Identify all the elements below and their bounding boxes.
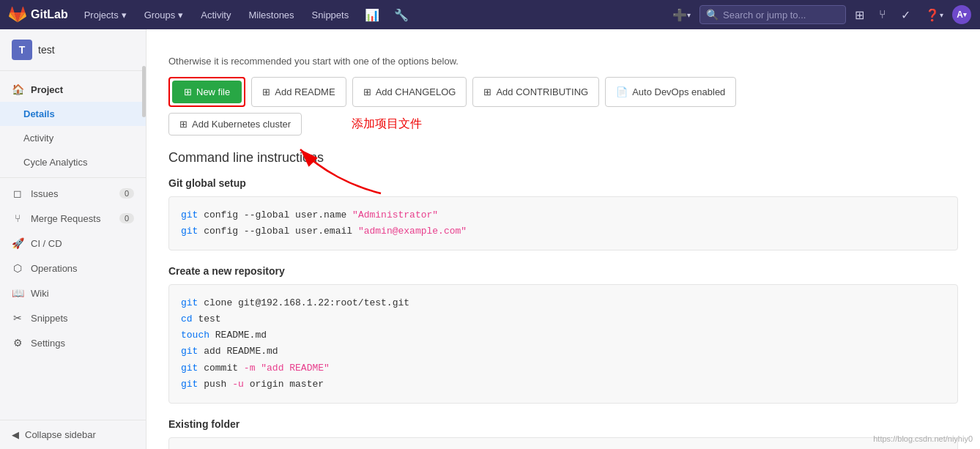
existing-folder-title: Existing folder xyxy=(168,418,958,430)
nav-help-icon[interactable]: ❓▾ xyxy=(919,5,949,25)
sidebar-item-snippets[interactable]: ✂ Snippets xyxy=(0,305,146,330)
nav-check-icon[interactable]: ✓ xyxy=(895,5,916,25)
sidebar-item-merge-requests[interactable]: ⑂ Merge Requests 0 xyxy=(0,206,146,231)
sidebar-item-ci-cd[interactable]: 🚀 CI / CD xyxy=(0,231,146,256)
file-icon: 📄 xyxy=(616,86,628,97)
merge-requests-icon: ⑂ xyxy=(12,212,23,224)
gitlab-title: GitLab xyxy=(31,8,68,21)
plus-icon: ⊞ xyxy=(184,86,192,97)
sidebar-scrollbar[interactable] xyxy=(142,66,146,117)
add-readme-button[interactable]: ⊞ Add README xyxy=(251,77,346,107)
sidebar: T test 🏠 Project Details Activity Cycle … xyxy=(0,29,146,449)
add-contributing-button[interactable]: ⊞ Add CONTRIBUTING xyxy=(472,77,599,107)
gitlab-logo[interactable]: GitLab xyxy=(9,6,68,23)
nav-projects[interactable]: Projects ▾ xyxy=(77,5,134,25)
operations-icon: ⬡ xyxy=(12,262,23,274)
wiki-icon: 📖 xyxy=(12,287,23,299)
create-repo-title: Create a new repository xyxy=(168,265,958,277)
home-icon: 🏠 xyxy=(12,84,23,95)
plus-square-icon-3: ⊞ xyxy=(483,86,491,97)
nav-wrench-icon[interactable]: 🔧 xyxy=(388,5,415,25)
new-file-highlight: ⊞ New file xyxy=(168,77,245,107)
user-avatar[interactable]: A ▾ xyxy=(952,5,971,24)
git-global-setup-title: Git global setup xyxy=(168,177,958,189)
action-area: ⊞ New file ⊞ Add README ⊞ Add CHANGELOG … xyxy=(168,77,958,136)
auto-devops-button[interactable]: 📄 Auto DevOps enabled xyxy=(605,77,736,107)
nav-groups[interactable]: Groups ▾ xyxy=(137,5,191,25)
search-input[interactable] xyxy=(723,10,839,21)
issues-badge: 0 xyxy=(119,188,134,198)
add-kubernetes-button[interactable]: ⊞ Add Kubernetes cluster xyxy=(168,113,302,136)
sidebar-item-details[interactable]: Details xyxy=(0,102,146,126)
merge-requests-badge: 0 xyxy=(119,213,134,223)
nav-snippets[interactable]: Snippets xyxy=(305,5,357,25)
sidebar-item-activity[interactable]: Activity xyxy=(0,126,146,150)
snippets-icon: ✂ xyxy=(12,312,23,324)
watermark: https://blog.csdn.net/niyhiy0 xyxy=(873,434,973,443)
nav-fork-icon[interactable]: ⑂ xyxy=(873,5,892,24)
nav-search-box[interactable]: 🔍 xyxy=(699,5,846,24)
sidebar-item-issues[interactable]: ◻ Issues 0 xyxy=(0,181,146,206)
nav-activity[interactable]: Activity xyxy=(193,5,238,25)
plus-square-icon-2: ⊞ xyxy=(363,86,371,97)
new-file-button[interactable]: ⊞ New file xyxy=(172,81,242,103)
nav-milestones[interactable]: Milestones xyxy=(241,5,301,25)
annotation-text: 添加项目文件 xyxy=(352,113,422,136)
nav-split-icon[interactable]: ⊞ xyxy=(849,5,870,25)
nav-chart-icon[interactable]: 📊 xyxy=(359,5,385,25)
command-line-section: Command line instructions Git global set… xyxy=(168,150,958,449)
project-name: test xyxy=(38,44,55,56)
sidebar-item-project[interactable]: 🏠 Project xyxy=(0,77,146,102)
action-buttons-row-2: ⊞ Add Kubernetes cluster 添加项目文件 xyxy=(168,113,958,136)
action-buttons-row: ⊞ New file ⊞ Add README ⊞ Add CHANGELOG … xyxy=(168,77,958,107)
section-title: Command line instructions xyxy=(168,150,958,166)
git-global-setup-code: git config --global user.name "Administr… xyxy=(168,196,958,251)
sidebar-project-header[interactable]: T test xyxy=(0,29,146,71)
main-layout: T test 🏠 Project Details Activity Cycle … xyxy=(0,29,980,449)
ci-cd-icon: 🚀 xyxy=(12,237,23,249)
nav-plus-icon[interactable]: ➕▾ xyxy=(667,5,697,25)
collapse-icon: ◀ xyxy=(12,429,19,440)
sidebar-item-settings[interactable]: ⚙ Settings xyxy=(0,330,146,355)
add-changelog-button[interactable]: ⊞ Add CHANGELOG xyxy=(352,77,467,107)
collapse-sidebar-button[interactable]: ◀ Collapse sidebar xyxy=(0,420,146,449)
search-icon: 🔍 xyxy=(706,9,719,21)
chevron-down-icon: ▾ xyxy=(122,10,127,21)
sidebar-nav: 🏠 Project Details Activity Cycle Analyti… xyxy=(0,71,146,361)
issues-icon: ◻ xyxy=(12,188,23,199)
top-nav: GitLab Projects ▾ Groups ▾ Activity Mile… xyxy=(0,0,980,29)
sidebar-item-wiki[interactable]: 📖 Wiki xyxy=(0,281,146,305)
plus-square-icon: ⊞ xyxy=(262,86,270,97)
sidebar-item-operations[interactable]: ⬡ Operations xyxy=(0,256,146,281)
intro-text: Otherwise it is recommended you start wi… xyxy=(168,44,958,77)
create-repo-code: git clone git@192.168.1.22:root/test.git… xyxy=(168,284,958,404)
sidebar-item-cycle-analytics[interactable]: Cycle Analytics xyxy=(0,150,146,174)
main-content: Otherwise it is recommended you start wi… xyxy=(146,29,980,449)
project-avatar: T xyxy=(12,40,32,60)
sidebar-divider-1 xyxy=(0,177,146,178)
existing-folder-code: cd existing_folder xyxy=(168,437,958,449)
settings-icon: ⚙ xyxy=(12,337,23,349)
chevron-down-icon: ▾ xyxy=(178,10,183,21)
plus-square-icon-4: ⊞ xyxy=(179,119,188,130)
collapse-label: Collapse sidebar xyxy=(25,429,96,440)
